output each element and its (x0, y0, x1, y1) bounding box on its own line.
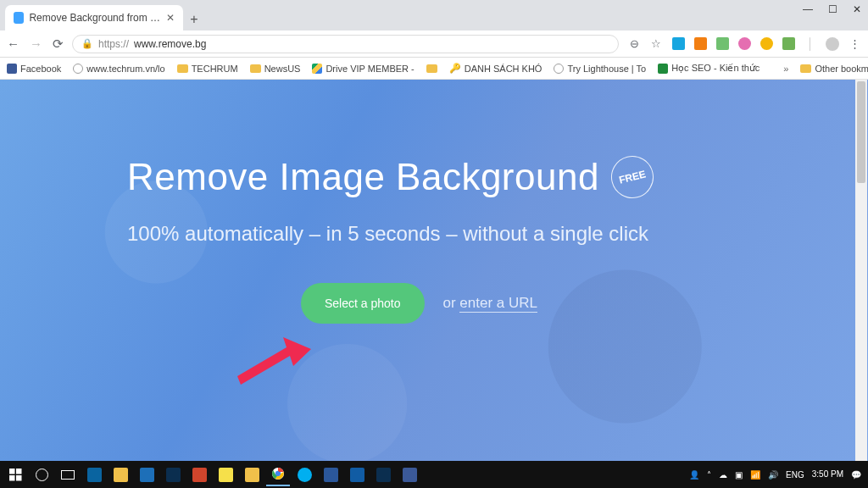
taskbar-app[interactable] (187, 463, 211, 486)
bookmarks-overflow[interactable]: » (783, 64, 788, 74)
tab-title: Remove Background from Image (29, 12, 161, 24)
ext-icon-4[interactable] (737, 37, 751, 51)
cortana-icon[interactable] (30, 463, 53, 486)
taskbar-chrome[interactable] (266, 463, 290, 486)
bookmark-label: Drive VIP MEMBER - (326, 64, 414, 74)
taskbar-app[interactable] (214, 463, 237, 486)
bookmark-item[interactable]: 🔑DANH SÁCH KHÓ (449, 63, 542, 74)
taskview-icon[interactable] (56, 463, 80, 486)
bookmark-item[interactable]: Học SEO - Kiến thức (658, 63, 760, 74)
page-subheadline: 100% automatically – in 5 seconds – with… (127, 222, 868, 246)
folder-icon (426, 64, 437, 73)
system-tray[interactable]: 👤 ˄ ☁ ▣ 📶 🔊 ENG 3:50 PM 💬 (689, 470, 865, 480)
bookmark-label: TECHRUM (192, 64, 238, 74)
bookmark-label: Học SEO - Kiến thức (671, 63, 760, 74)
page-viewport: Remove Image Background FREE 100% automa… (0, 80, 868, 461)
sheet-icon (658, 64, 668, 74)
page-headline: Remove Image Background (127, 156, 599, 198)
browser-tab[interactable]: Remove Background from Image ✕ (5, 5, 183, 30)
taskbar-app[interactable] (240, 463, 264, 486)
folder-icon (800, 64, 811, 73)
svg-rect-4 (16, 475, 22, 481)
tray-wifi-icon[interactable]: 📶 (750, 470, 760, 480)
bookmark-item[interactable]: www.techrum.vn/lo (73, 64, 164, 74)
bookmark-item[interactable]: NewsUS (250, 64, 301, 74)
window-close[interactable]: ✕ (853, 3, 861, 15)
bookmark-item[interactable]: Try Lighthouse | To (554, 64, 646, 74)
tab-strip: Remove Background from Image ✕ + (0, 0, 868, 30)
svg-rect-2 (16, 469, 22, 474)
nav-back-icon[interactable]: ← (7, 36, 19, 52)
ext-icon-2[interactable] (693, 37, 707, 51)
ext-icon-6[interactable] (782, 37, 795, 51)
folder-icon (250, 64, 261, 73)
vertical-scrollbar[interactable] (855, 80, 867, 461)
menu-icon[interactable]: ⋮ (848, 37, 861, 51)
taskbar-app[interactable] (82, 463, 106, 486)
taskbar-app[interactable] (345, 463, 369, 486)
bookmark-item[interactable]: Facebook (7, 64, 61, 74)
tray-clock[interactable]: 3:50 PM (812, 470, 843, 480)
bookmark-item[interactable]: TECHRUM (177, 64, 238, 74)
nav-reload-icon[interactable]: ⟳ (53, 36, 64, 52)
bookmark-item[interactable]: Drive VIP MEMBER - (312, 64, 414, 74)
ext-icon-3[interactable] (715, 37, 729, 51)
taskbar-app[interactable] (161, 463, 185, 486)
new-tab-button[interactable]: + (183, 8, 205, 30)
taskbar-app[interactable] (135, 463, 159, 486)
browser-toolbar: ← → ⟳ 🔒 https://www.remove.bg ⊖ ☆ │ ⋮ (0, 30, 868, 58)
scrollbar-thumb[interactable] (857, 81, 865, 183)
tray-volume-icon[interactable]: 🔊 (768, 470, 778, 480)
taskbar-app[interactable] (371, 463, 395, 486)
tab-close-icon[interactable]: ✕ (166, 12, 175, 24)
key-icon: 🔑 (449, 63, 461, 74)
other-bookmarks[interactable]: Other bookmarks (800, 64, 868, 74)
folder-icon (177, 64, 188, 73)
bookmark-item[interactable] (426, 64, 437, 73)
lock-icon: 🔒 (81, 38, 93, 49)
nav-forward-icon: → (30, 36, 42, 52)
tray-lang[interactable]: ENG (786, 470, 804, 480)
star-icon[interactable]: ☆ (649, 37, 663, 51)
taskbar-app[interactable] (108, 463, 132, 486)
tray-notifications-icon[interactable]: 💬 (851, 470, 861, 480)
tray-app-icon[interactable]: ▣ (735, 470, 743, 480)
svg-rect-1 (9, 469, 15, 474)
taskbar-app[interactable] (292, 463, 316, 486)
select-photo-button[interactable]: Select a photo (301, 283, 425, 324)
cta-or-text: or enter a URL (443, 295, 538, 312)
free-badge: FREE (607, 152, 659, 203)
svg-rect-3 (9, 475, 15, 481)
taskbar-app[interactable] (398, 463, 421, 486)
enter-url-link[interactable]: enter a URL (459, 295, 537, 313)
facebook-icon (7, 64, 17, 74)
bookmark-label: NewsUS (264, 64, 301, 74)
profile-avatar[interactable] (826, 37, 839, 51)
hero-section: Remove Image Background FREE 100% automa… (0, 80, 868, 461)
window-minimize[interactable]: — (803, 3, 813, 15)
globe-icon (73, 64, 83, 74)
tray-chevron-icon[interactable]: ˄ (707, 470, 711, 480)
bookmarks-bar: Facebook www.techrum.vn/lo TECHRUM NewsU… (0, 58, 868, 80)
tab-favicon (14, 12, 24, 24)
url-host: www.remove.bg (134, 38, 206, 50)
url-scheme: https:// (98, 38, 129, 50)
tray-cloud-icon[interactable]: ☁ (719, 470, 727, 480)
address-bar[interactable]: 🔒 https://www.remove.bg (72, 35, 619, 53)
or-word: or (443, 295, 460, 311)
drive-icon (312, 64, 322, 74)
taskbar-app[interactable] (319, 463, 342, 486)
bookmark-label: Facebook (20, 64, 61, 74)
windows-taskbar: 👤 ˄ ☁ ▣ 📶 🔊 ENG 3:50 PM 💬 (0, 461, 868, 488)
tray-people-icon[interactable]: 👤 (689, 470, 699, 480)
bookmark-label: Other bookmarks (815, 64, 868, 74)
window-maximize[interactable]: ☐ (828, 3, 837, 15)
start-button[interactable] (3, 463, 27, 486)
ext-icon-1[interactable] (671, 37, 685, 51)
bookmark-label: Try Lighthouse | To (567, 64, 646, 74)
bookmark-label: DANH SÁCH KHÓ (465, 64, 542, 74)
zoom-icon[interactable]: ⊖ (627, 37, 641, 51)
ext-icon-5[interactable] (760, 37, 773, 51)
svg-marker-0 (237, 337, 311, 385)
globe-icon (554, 64, 564, 74)
